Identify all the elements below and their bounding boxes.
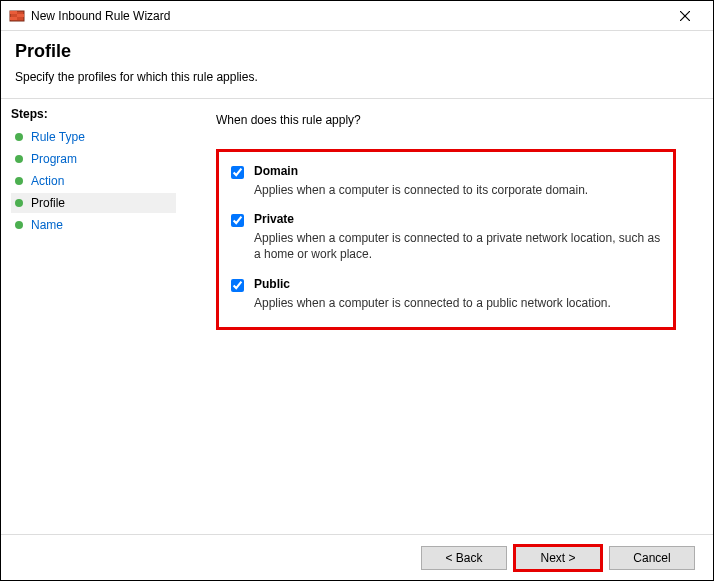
page-subtitle: Specify the profiles for which this rule… [15, 70, 699, 84]
page-title: Profile [15, 41, 699, 62]
svg-rect-3 [10, 17, 17, 20]
wizard-body: Steps: Rule Type Program Action Profile … [1, 99, 713, 544]
next-button[interactable]: Next > [515, 546, 601, 570]
bullet-icon [15, 221, 23, 229]
step-label: Rule Type [31, 130, 85, 144]
steps-heading: Steps: [11, 107, 176, 121]
option-label: Private [254, 212, 661, 226]
bullet-icon [15, 199, 23, 207]
profile-question: When does this rule apply? [216, 113, 695, 127]
close-icon [680, 11, 690, 21]
step-profile[interactable]: Profile [11, 193, 176, 213]
svg-rect-2 [17, 14, 24, 17]
firewall-icon [9, 8, 25, 24]
wizard-content: When does this rule apply? Domain Applie… [176, 99, 713, 544]
step-program[interactable]: Program [11, 149, 176, 169]
steps-sidebar: Steps: Rule Type Program Action Profile … [1, 99, 176, 544]
titlebar: New Inbound Rule Wizard [1, 1, 713, 31]
wizard-header: Profile Specify the profiles for which t… [1, 31, 713, 99]
option-desc: Applies when a computer is connected to … [254, 231, 660, 261]
option-domain: Domain Applies when a computer is connec… [231, 164, 661, 198]
cancel-button[interactable]: Cancel [609, 546, 695, 570]
profiles-highlight: Domain Applies when a computer is connec… [216, 149, 676, 330]
window-title: New Inbound Rule Wizard [31, 9, 665, 23]
bullet-icon [15, 155, 23, 163]
step-label: Program [31, 152, 77, 166]
option-private: Private Applies when a computer is conne… [231, 212, 661, 262]
svg-rect-1 [10, 11, 17, 14]
close-button[interactable] [665, 2, 705, 30]
checkbox-private[interactable] [231, 214, 244, 227]
option-desc: Applies when a computer is connected to … [254, 296, 611, 310]
step-label: Action [31, 174, 64, 188]
bullet-icon [15, 133, 23, 141]
step-action[interactable]: Action [11, 171, 176, 191]
checkbox-domain[interactable] [231, 166, 244, 179]
wizard-window: New Inbound Rule Wizard Profile Specify … [0, 0, 714, 581]
option-public: Public Applies when a computer is connec… [231, 277, 661, 311]
step-name[interactable]: Name [11, 215, 176, 235]
step-rule-type[interactable]: Rule Type [11, 127, 176, 147]
checkbox-public[interactable] [231, 279, 244, 292]
step-label: Profile [31, 196, 65, 210]
back-button[interactable]: < Back [421, 546, 507, 570]
option-label: Domain [254, 164, 588, 178]
wizard-footer: < Back Next > Cancel [1, 534, 713, 580]
bullet-icon [15, 177, 23, 185]
option-desc: Applies when a computer is connected to … [254, 183, 588, 197]
step-label: Name [31, 218, 63, 232]
option-label: Public [254, 277, 611, 291]
